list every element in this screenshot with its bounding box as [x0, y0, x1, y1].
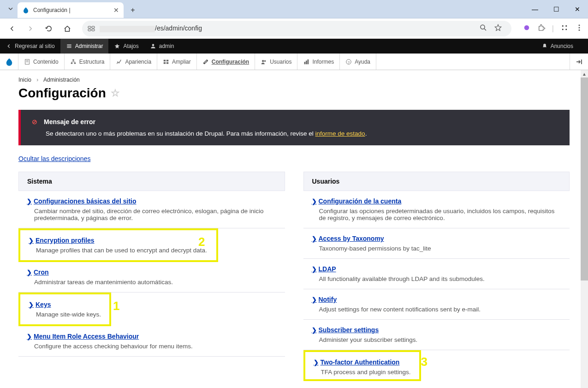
config-link-cron[interactable]: ❯ Cron — [27, 269, 277, 276]
hide-descriptions-link[interactable]: Ocultar las descripciones — [18, 155, 90, 162]
reload-button[interactable] — [42, 21, 56, 36]
drupal-admin-menu: Contenido Estructura Apariencia Ampliar … — [0, 54, 588, 70]
menu-informes[interactable]: Informes — [297, 54, 340, 70]
extension-icon-1[interactable] — [523, 24, 531, 34]
svg-point-32 — [203, 63, 204, 64]
close-window-button[interactable]: ✕ — [567, 0, 588, 18]
config-link-tfa[interactable]: ❯ Two-factor Authentication — [314, 358, 411, 366]
config-link-menu-role-access[interactable]: ❯ Menu Item Role Access Behaviour — [27, 333, 277, 340]
url-text: /es/admin/config — [100, 24, 202, 32]
config-link-ldap[interactable]: ❯ LDAP — [312, 265, 562, 273]
config-link-encryption-profiles[interactable]: ❯ Encryption profiles — [29, 237, 207, 244]
close-tab-icon[interactable]: ✕ — [113, 6, 119, 14]
back-button[interactable] — [5, 21, 19, 36]
config-item-access-taxonomy: ❯ Access by Taxonomy Taxonomy-based perm… — [303, 228, 570, 259]
shortcut-star-icon[interactable]: ☆ — [111, 87, 120, 99]
svg-rect-37 — [308, 59, 309, 64]
svg-point-4 — [481, 25, 485, 29]
config-link-keys[interactable]: ❯ Keys — [29, 301, 101, 308]
chevron-right-icon: ❯ — [312, 266, 317, 273]
manage-menu-toggle[interactable]: Administrar — [60, 39, 109, 54]
drupal-favicon — [22, 6, 30, 14]
breadcrumb-admin[interactable]: Administración — [43, 77, 80, 83]
chevron-right-icon: ❯ — [312, 235, 317, 242]
config-link-subscriber[interactable]: ❯ Subscriber settings — [312, 326, 562, 334]
config-item-menu-role-access: ❯ Menu Item Role Access Behaviour Config… — [18, 326, 285, 357]
drupal-logo-icon[interactable] — [0, 54, 18, 70]
annotation-3: 3 — [421, 355, 428, 369]
menu-contenido[interactable]: Contenido — [18, 54, 65, 70]
extension-icon-2[interactable] — [560, 24, 569, 34]
svg-point-9 — [562, 29, 564, 30]
page-title: Configuración ☆ — [0, 83, 588, 110]
svg-rect-1 — [92, 26, 95, 28]
annotation-1: 1 — [113, 299, 119, 313]
svg-rect-3 — [92, 29, 95, 31]
maximize-button[interactable]: ☐ — [546, 0, 567, 18]
forward-button[interactable] — [23, 21, 38, 36]
status-report-link[interactable]: informe de estado — [315, 130, 365, 137]
tab-search-dropdown[interactable] — [4, 2, 18, 16]
scroll-up-arrow-icon[interactable]: ▲ — [581, 70, 588, 78]
config-item-encryption-profiles: ❯ Encryption profiles Manage profiles th… — [18, 228, 218, 262]
config-link-access-taxonomy[interactable]: ❯ Access by Taxonomy — [312, 235, 562, 242]
chevron-right-icon: ❯ — [312, 327, 317, 334]
drupal-admin-toolbar: Regresar al sitio Administrar Atajos adm… — [0, 39, 588, 54]
chevron-right-icon: ❯ — [312, 198, 317, 205]
svg-rect-30 — [164, 62, 166, 64]
svg-point-34 — [264, 60, 266, 62]
svg-rect-0 — [88, 26, 91, 28]
config-item-ldap: ❯ LDAP All functionality available throu… — [303, 259, 570, 289]
bookmark-star-icon[interactable] — [494, 24, 502, 34]
window-controls: — ☐ ✕ — [524, 0, 588, 18]
menu-collapse-toggle[interactable] — [570, 54, 588, 70]
config-item-account-settings: ❯ Configuración de la cuenta Configurar … — [303, 191, 570, 228]
menu-estructura[interactable]: Estructura — [65, 54, 111, 70]
svg-point-10 — [565, 29, 567, 30]
browser-tab-active[interactable]: Configuración | ✕ — [18, 2, 124, 18]
home-button[interactable] — [60, 21, 75, 36]
svg-rect-23 — [74, 62, 76, 64]
menu-ampliar[interactable]: Ampliar — [157, 54, 197, 70]
site-settings-icon[interactable] — [88, 25, 95, 32]
svg-rect-36 — [306, 60, 308, 64]
svg-line-5 — [484, 29, 486, 30]
svg-text:?: ? — [348, 60, 350, 64]
zoom-icon[interactable] — [479, 24, 487, 34]
svg-point-17 — [152, 44, 154, 46]
new-tab-button[interactable]: + — [126, 4, 139, 17]
annotation-2: 2 — [198, 235, 205, 249]
svg-point-8 — [565, 25, 567, 26]
extensions-puzzle-icon[interactable] — [537, 24, 546, 34]
svg-rect-29 — [166, 60, 168, 61]
chevron-right-icon: ❯ — [27, 333, 32, 340]
svg-rect-31 — [166, 62, 168, 64]
menu-apariencia[interactable]: Apariencia — [110, 54, 157, 70]
config-link-site-basic[interactable]: ❯ Configuraciones básicas del sitio — [27, 197, 277, 205]
chevron-right-icon: ❯ — [29, 301, 34, 308]
scroll-thumb[interactable] — [581, 78, 588, 281]
svg-rect-28 — [164, 60, 166, 61]
svg-rect-2 — [88, 29, 91, 31]
svg-point-11 — [579, 24, 580, 26]
minimize-button[interactable]: — — [524, 0, 546, 18]
breadcrumb-home[interactable]: Inicio — [18, 77, 31, 83]
menu-ayuda[interactable]: ? Ayuda — [340, 54, 376, 70]
shortcuts-link[interactable]: Atajos — [108, 39, 144, 54]
back-to-site-link[interactable]: Regresar al sitio — [0, 39, 60, 54]
vertical-scrollbar[interactable]: ▲ — [581, 70, 588, 388]
browser-menu-icon[interactable] — [575, 24, 583, 34]
config-item-subscriber: ❯ Subscriber settings Administer your su… — [303, 320, 570, 350]
announcements-link[interactable]: Anuncios — [536, 43, 579, 49]
menu-usuarios[interactable]: Usuarios — [255, 54, 297, 70]
breadcrumb-separator-icon: › — [36, 77, 38, 83]
user-account-link[interactable]: admin — [144, 39, 180, 54]
panel-sistema: Sistema ❯ Configuraciones básicas del si… — [18, 172, 285, 381]
svg-point-7 — [562, 25, 564, 26]
config-link-account-settings[interactable]: ❯ Configuración de la cuenta — [312, 197, 562, 205]
config-link-notify[interactable]: ❯ Notify — [312, 296, 562, 303]
menu-configuracion[interactable]: Configuración — [197, 54, 255, 70]
config-item-keys: ❯ Keys Manage site-wide keys. — [18, 292, 111, 326]
url-bar[interactable]: /es/admin/config — [82, 21, 511, 36]
browser-toolbar: /es/admin/config | — [0, 18, 588, 39]
